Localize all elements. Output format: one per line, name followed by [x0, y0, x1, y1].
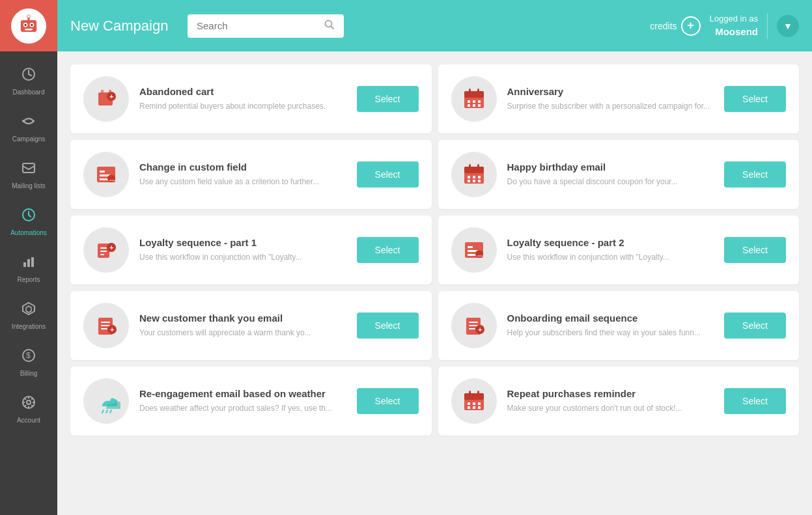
svg-rect-99	[478, 406, 481, 409]
select-button[interactable]: Select	[724, 388, 786, 414]
card-title: Onboarding email sequence	[507, 313, 714, 324]
svg-line-28	[31, 398, 33, 400]
svg-text:+: +	[109, 92, 113, 100]
svg-point-21	[27, 400, 31, 404]
card-title: Loyalty sequence - part 1	[139, 237, 346, 248]
svg-marker-17	[26, 306, 31, 313]
card-onboarding: + Onboarding email sequence Help your su…	[438, 291, 800, 360]
svg-rect-48	[100, 171, 105, 173]
sidebar-item-integrations[interactable]: Integrations	[0, 292, 57, 339]
card-text: Happy birthday email Do you have a speci…	[507, 161, 714, 188]
card-text: Change in custom field Use any custom fi…	[139, 161, 346, 188]
sidebar-item-dashboard[interactable]: Dashboard	[0, 58, 57, 105]
svg-line-87	[102, 410, 104, 413]
sidebar-item-label: Mailing lists	[12, 182, 46, 189]
card-text: Abandoned cart Remind potential buyers a…	[139, 86, 346, 112]
svg-rect-54	[464, 167, 484, 173]
svg-rect-77	[101, 325, 110, 326]
svg-rect-61	[473, 180, 475, 182]
svg-text:$: $	[26, 351, 31, 360]
svg-point-5	[31, 23, 33, 25]
select-button[interactable]: Select	[357, 86, 419, 112]
account-icon	[21, 395, 36, 413]
card-text: Loyalty sequence - part 1 Use this workf…	[139, 237, 346, 263]
card-text: Repeat purchases reminder Make sure your…	[507, 388, 714, 414]
card-description: Surprise the subscriber with a personali…	[507, 101, 714, 112]
card-description: Make sure your customers don't run out o…	[507, 403, 714, 414]
card-new-customer-thankyou: + New customer thank you email Your cust…	[70, 291, 432, 360]
svg-rect-42	[473, 100, 475, 103]
sidebar-nav: Dashboard Campaigns Mailing lists	[0, 51, 57, 515]
select-button[interactable]: Select	[724, 313, 786, 339]
select-button[interactable]: Select	[357, 161, 419, 188]
sidebar-item-reports[interactable]: Reports	[0, 245, 57, 292]
sidebar-item-account[interactable]: Account	[0, 386, 57, 433]
logged-in-info: Logged in as Moosend	[710, 13, 758, 38]
svg-rect-43	[478, 100, 481, 103]
svg-rect-57	[468, 176, 470, 178]
svg-line-29	[25, 405, 26, 406]
card-abandoned-cart: + Abandoned cart Remind potential buyers…	[70, 64, 432, 133]
logged-in-user: Moosend	[710, 25, 758, 38]
svg-line-31	[331, 26, 334, 29]
integrations-icon	[21, 301, 36, 320]
card-change-custom-field: ... Change in custom field Use any custo…	[70, 140, 432, 209]
topbar-right: credits + Logged in as Moosend ▼	[650, 13, 799, 39]
svg-rect-98	[473, 406, 475, 409]
card-anniversary: Anniversary Surprise the subscriber with…	[438, 64, 800, 133]
chevron-down-icon: ▼	[783, 21, 792, 31]
select-button[interactable]: Select	[357, 388, 419, 414]
card-icon-wrap: ...	[83, 152, 129, 197]
sidebar-item-campaigns[interactable]: Campaigns	[0, 105, 57, 152]
svg-rect-70	[468, 246, 473, 248]
card-reengagement-weather: Re-engagement email based on weather Doe…	[70, 367, 432, 436]
svg-rect-6	[25, 29, 32, 30]
sidebar-item-mailing-lists[interactable]: Mailing lists	[0, 152, 57, 199]
svg-rect-14	[27, 259, 30, 267]
dashboard-icon	[21, 67, 36, 85]
search-input[interactable]	[197, 20, 319, 31]
select-button[interactable]: Select	[724, 86, 786, 112]
svg-rect-33	[101, 90, 104, 95]
svg-rect-41	[468, 100, 470, 103]
card-title: New customer thank you email	[139, 313, 346, 324]
card-icon-wrap: +	[83, 227, 129, 273]
svg-rect-96	[478, 402, 481, 405]
svg-text:+: +	[109, 244, 113, 251]
svg-rect-93	[477, 391, 479, 396]
card-icon-wrap	[451, 152, 497, 197]
select-button[interactable]: Select	[357, 237, 419, 263]
svg-rect-67	[100, 251, 107, 252]
svg-line-26	[25, 398, 26, 400]
svg-rect-11	[23, 163, 35, 173]
campaigns-icon	[21, 114, 36, 132]
card-icon-wrap: +	[83, 303, 129, 348]
card-description: Do you have a special discount coupon fo…	[507, 176, 714, 188]
credits-button[interactable]: credits +	[650, 16, 700, 36]
svg-rect-56	[477, 164, 479, 169]
svg-rect-13	[23, 262, 26, 267]
logged-in-label: Logged in as	[710, 13, 758, 25]
select-button[interactable]: Select	[357, 313, 419, 339]
card-icon-wrap	[451, 378, 497, 424]
card-title: Loyalty sequence - part 2	[507, 237, 714, 248]
sidebar-item-automations[interactable]: Automations	[0, 199, 57, 245]
svg-text:+: +	[478, 326, 482, 333]
reports-icon	[21, 255, 36, 273]
sidebar-item-label: Dashboard	[13, 89, 45, 96]
sidebar-item-billing[interactable]: $ Billing	[0, 339, 57, 386]
card-title: Happy birthday email	[507, 161, 714, 173]
card-text: Re-engagement email based on weather Doe…	[139, 388, 346, 414]
card-text: Anniversary Surprise the subscriber with…	[507, 86, 714, 112]
select-button[interactable]: Select	[724, 161, 786, 188]
svg-rect-59	[478, 176, 481, 178]
svg-rect-68	[100, 254, 104, 255]
svg-rect-39	[469, 89, 471, 94]
svg-rect-44	[468, 104, 470, 107]
user-dropdown-button[interactable]: ▼	[777, 15, 799, 37]
select-button[interactable]: Select	[724, 237, 786, 263]
card-description: Does weather affect your product sales? …	[139, 403, 346, 414]
svg-rect-84	[469, 328, 475, 329]
topbar: New Campaign credits + Logged in as Moos…	[57, 0, 812, 51]
svg-rect-91	[464, 393, 484, 400]
